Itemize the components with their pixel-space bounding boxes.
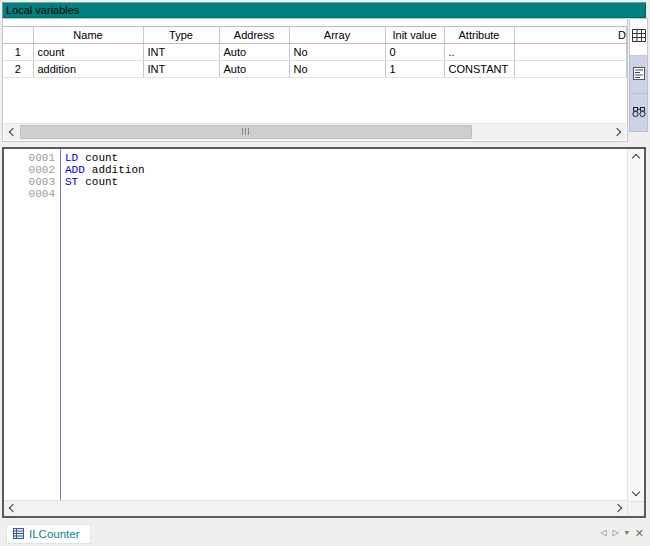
il-operand: count (85, 152, 118, 164)
cell-attribute[interactable]: CONSTANT (444, 61, 514, 78)
tab-menu-icon[interactable]: ▾ (625, 525, 629, 541)
local-variables-panel: Name Type Address Array Init value Attri… (2, 18, 628, 142)
table-row[interactable]: 2 addition INT Auto No 1 CONSTANT (3, 61, 627, 78)
find-button[interactable] (629, 94, 648, 132)
cell-init-value[interactable]: 0 (385, 44, 444, 61)
variables-horizontal-scrollbar[interactable] (4, 123, 626, 140)
row-number[interactable]: 2 (3, 61, 33, 78)
variables-table: Name Type Address Array Init value Attri… (3, 26, 627, 78)
binoculars-icon (632, 104, 646, 122)
scroll-left-icon[interactable] (9, 128, 17, 136)
cell-type[interactable]: INT (143, 61, 219, 78)
code-line[interactable]: ADDaddition (65, 164, 627, 176)
application-window: Local variables Name Type Address Array … (0, 0, 650, 546)
code-line[interactable]: STcount (65, 176, 627, 188)
il-keyword: ADD (65, 164, 85, 176)
cell-address[interactable]: Auto (219, 44, 289, 61)
table-header-row: Name Type Address Array Init value Attri… (3, 27, 627, 44)
scroll-left-icon[interactable] (9, 504, 17, 512)
cell-extra[interactable] (514, 44, 627, 61)
il-keyword: ST (65, 176, 78, 188)
column-header-init-value[interactable]: Init value (385, 27, 444, 44)
document-tab-bar: ILCounter ◁ ▷ ▾ ✕ (0, 521, 650, 546)
line-number: 0002 (4, 164, 60, 176)
tab-ilcounter[interactable]: ILCounter (6, 524, 91, 544)
line-number: 0004 (4, 188, 60, 200)
column-header-address[interactable]: Address (219, 27, 289, 44)
tab-scroll-right-icon[interactable]: ▷ (613, 525, 619, 541)
document-icon (633, 66, 645, 84)
cell-attribute[interactable]: .. (444, 44, 514, 61)
scrollbar-grip-icon (242, 128, 250, 135)
scroll-right-icon[interactable] (613, 128, 621, 136)
variables-view-toolbar (629, 18, 648, 132)
scroll-right-icon[interactable] (614, 504, 622, 512)
scrollbar-thumb[interactable] (20, 125, 472, 139)
scroll-down-icon[interactable] (632, 488, 640, 496)
column-header-rownum[interactable] (3, 27, 33, 44)
code-line[interactable] (65, 188, 627, 200)
cell-name[interactable]: addition (33, 61, 143, 78)
il-operand: addition (92, 164, 145, 176)
line-number-gutter: 0001 0002 0003 0004 (4, 149, 61, 501)
tab-navigation: ◁ ▷ ▾ ✕ (600, 525, 644, 541)
line-number: 0003 (4, 176, 60, 188)
grid-view-button[interactable] (629, 18, 648, 56)
column-header-attribute[interactable]: Attribute (444, 27, 514, 44)
column-header-truncated[interactable]: D (514, 27, 627, 44)
cell-init-value[interactable]: 1 (385, 61, 444, 78)
tab-scroll-left-icon[interactable]: ◁ (600, 525, 606, 541)
il-code-editor: 0001 0002 0003 0004 LDcount ADDaddition … (2, 147, 646, 518)
code-area[interactable]: LDcount ADDaddition STcount (61, 149, 627, 501)
pou-grid-icon (13, 528, 24, 541)
panel-title: Local variables (6, 4, 79, 16)
declaration-view-button[interactable] (629, 56, 648, 94)
panel-titlebar: Local variables (2, 2, 646, 18)
cell-extra[interactable] (514, 61, 627, 78)
editor-horizontal-scrollbar[interactable] (4, 500, 627, 516)
il-keyword: LD (65, 152, 78, 164)
tab-label: ILCounter (29, 528, 80, 540)
scrollbar-corner (627, 501, 644, 516)
cell-type[interactable]: INT (143, 44, 219, 61)
editor-vertical-scrollbar[interactable] (627, 149, 644, 501)
il-operand: count (85, 176, 118, 188)
grid-icon (632, 28, 646, 46)
code-line[interactable]: LDcount (65, 152, 627, 164)
row-number[interactable]: 1 (3, 44, 33, 61)
scroll-up-icon[interactable] (632, 154, 640, 162)
tab-close-icon[interactable]: ✕ (635, 525, 644, 541)
table-row[interactable]: 1 count INT Auto No 0 .. (3, 44, 627, 61)
column-header-type[interactable]: Type (143, 27, 219, 44)
cell-name[interactable]: count (33, 44, 143, 61)
cell-address[interactable]: Auto (219, 61, 289, 78)
line-number: 0001 (4, 152, 60, 164)
cell-array[interactable]: No (289, 44, 385, 61)
cell-array[interactable]: No (289, 61, 385, 78)
column-header-name[interactable]: Name (33, 27, 143, 44)
column-header-array[interactable]: Array (289, 27, 385, 44)
